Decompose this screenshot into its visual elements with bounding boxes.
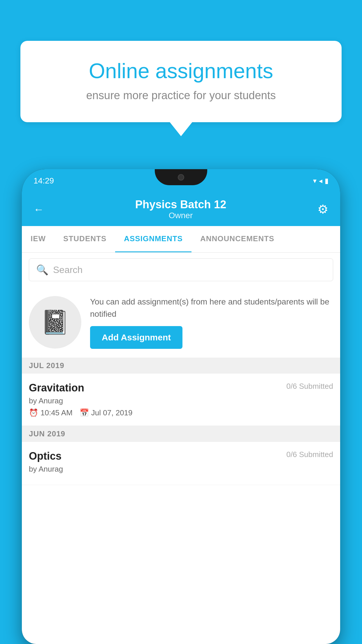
bubble-title: Online assignments: [41, 58, 321, 83]
month-sep-jun: JUN 2019: [22, 426, 340, 442]
phone-camera: [178, 174, 184, 181]
assignment-by-optics: by Anurag: [29, 465, 333, 474]
status-bar: 14:29 ▾ ◂ ▮: [22, 169, 340, 192]
search-placeholder: Search: [53, 265, 82, 275]
status-time: 14:29: [34, 176, 54, 186]
assignment-by-gravitation: by Anurag: [29, 396, 333, 405]
gear-icon[interactable]: ⚙: [317, 202, 328, 216]
back-button[interactable]: ←: [34, 203, 44, 216]
assignment-header: Gravitation 0/6 Submitted: [29, 382, 333, 394]
speech-bubble: Online assignments ensure more practice …: [20, 41, 342, 122]
promo-icon-circle: 📓: [29, 296, 81, 349]
assignment-meta-gravitation: ⏰ 10:45 AM 📅 Jul 07, 2019: [29, 408, 333, 417]
tab-students[interactable]: STUDENTS: [55, 226, 115, 252]
promo-right: You can add assignment(s) from here and …: [90, 296, 333, 349]
month-sep-jul: JUL 2019: [22, 358, 340, 374]
search-bar[interactable]: 🔍 Search: [29, 258, 333, 281]
assignment-time-gravitation: 10:45 AM: [41, 408, 73, 417]
notebook-icon: 📓: [41, 309, 70, 336]
battery-icon: ▮: [325, 177, 328, 185]
promo-text: You can add assignment(s) from here and …: [90, 296, 333, 320]
assignment-title-gravitation: Gravitation: [29, 382, 84, 394]
phone-frame: 14:29 ▾ ◂ ▮ ← Physics Batch 12 Owner ⚙ I…: [22, 169, 340, 644]
promo-area: 📓 You can add assignment(s) from here an…: [22, 287, 340, 358]
signal-icon: ◂: [319, 177, 322, 185]
meta-time-gravitation: ⏰ 10:45 AM: [29, 408, 73, 417]
header-center: Physics Batch 12 Owner: [135, 198, 226, 220]
tabs-bar: IEW STUDENTS ASSIGNMENTS ANNOUNCEMENTS: [22, 226, 340, 253]
meta-date-gravitation: 📅 Jul 07, 2019: [80, 408, 133, 417]
speech-bubble-area: Online assignments ensure more practice …: [20, 41, 342, 122]
add-assignment-button[interactable]: Add Assignment: [90, 326, 182, 349]
assignment-item-gravitation[interactable]: Gravitation 0/6 Submitted by Anurag ⏰ 10…: [22, 374, 340, 426]
assignment-date-gravitation: Jul 07, 2019: [91, 408, 133, 417]
phone-screen: ← Physics Batch 12 Owner ⚙ IEW STUDENTS …: [22, 192, 340, 644]
assignment-header-optics: Optics 0/6 Submitted: [29, 450, 333, 462]
assignment-submitted-optics: 0/6 Submitted: [287, 450, 333, 459]
calendar-icon: 📅: [80, 408, 89, 417]
clock-icon: ⏰: [29, 408, 38, 417]
header-title: Physics Batch 12: [135, 198, 226, 211]
wifi-icon: ▾: [313, 177, 317, 185]
app-header: ← Physics Batch 12 Owner ⚙: [22, 192, 340, 226]
assignment-title-optics: Optics: [29, 450, 61, 462]
assignment-submitted-gravitation: 0/6 Submitted: [287, 382, 333, 391]
tab-assignments[interactable]: ASSIGNMENTS: [115, 226, 191, 252]
bubble-subtitle: ensure more practice for your students: [41, 89, 321, 102]
phone-notch: [155, 169, 207, 185]
tab-iew[interactable]: IEW: [22, 226, 55, 252]
search-container: 🔍 Search: [22, 253, 340, 287]
header-subtitle: Owner: [135, 211, 226, 220]
tab-announcements[interactable]: ANNOUNCEMENTS: [191, 226, 283, 252]
status-icons: ▾ ◂ ▮: [313, 177, 328, 185]
search-icon: 🔍: [36, 264, 48, 276]
assignment-item-optics[interactable]: Optics 0/6 Submitted by Anurag: [22, 442, 340, 485]
